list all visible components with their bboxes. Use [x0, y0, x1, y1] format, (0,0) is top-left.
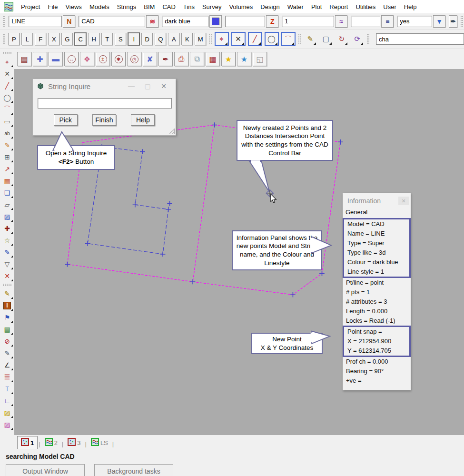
mode-button-q[interactable]: Q [155, 33, 166, 45]
mode-button-i[interactable]: I [128, 33, 139, 45]
cad-grid-button[interactable]: ▦ [1, 176, 13, 186]
zoom-out-button[interactable]: ▬ [49, 52, 63, 66]
cad-rectangle-button[interactable]: ▭ [1, 116, 13, 127]
zoom-extents-button[interactable]: ✱ [111, 52, 126, 66]
mode-button-k[interactable]: K [181, 33, 193, 45]
pan-button[interactable]: ❖ [80, 52, 94, 66]
line-width-input[interactable] [351, 16, 380, 27]
cad-windows-button[interactable]: ❏ [1, 188, 13, 198]
models-table-button[interactable]: ▦ [206, 52, 220, 66]
cad-image-button[interactable]: ▨ [1, 211, 13, 222]
cad-kerb-button[interactable]: ∟ [1, 396, 13, 406]
cad-measure-button[interactable]: ↗ [1, 164, 13, 174]
cad-move-button[interactable]: ✚ [1, 223, 13, 234]
mode-button-h[interactable]: H [88, 33, 99, 45]
menu-help[interactable]: Help [400, 3, 421, 10]
cad-pencil-wave2-button[interactable]: ✎ [1, 348, 13, 358]
cad-text-button[interactable]: ab [1, 128, 13, 139]
mode-button-p[interactable]: P [8, 33, 20, 45]
plan-view-canvas[interactable]: String Inquire — ▢ ✕ Pick Finish Help Op… [14, 69, 464, 435]
colour-swatch-button[interactable] [209, 15, 222, 28]
model-input[interactable] [79, 16, 145, 27]
menu-cad[interactable]: CAD [158, 3, 179, 10]
view-tab-3[interactable]: 3 [64, 436, 84, 449]
mode-button-l[interactable]: L [21, 33, 33, 45]
mode-button-c[interactable]: C [75, 33, 86, 45]
close-icon[interactable]: ✕ [398, 197, 409, 205]
cad-symbol-button[interactable]: ✎ [1, 140, 13, 150]
cad-note-edit-button[interactable]: ▤ [1, 324, 13, 335]
close-icon[interactable]: ✕ [156, 82, 172, 90]
output-window-button[interactable]: Output Window [6, 464, 85, 476]
cad-information-button[interactable]: I [1, 300, 13, 311]
linestyle-input[interactable] [282, 16, 334, 27]
cad-page-button[interactable]: ▢ [319, 32, 333, 46]
tinable-dropdown-button[interactable]: ▼ [433, 15, 445, 28]
cad-point-button[interactable]: ⌖ [1, 57, 13, 67]
favourites-star-button[interactable]: ★ [221, 52, 236, 66]
mode-button-d[interactable]: D [141, 33, 153, 45]
view-tab-1[interactable]: 1 [17, 436, 38, 449]
cad-draw-button[interactable]: ✎ [304, 32, 317, 46]
cross-snap-button[interactable]: ✕ [231, 32, 246, 46]
line-snap-button[interactable]: ╱ [248, 32, 262, 46]
maximize-icon[interactable]: ▢ [139, 82, 156, 90]
mode-button-f[interactable]: F [35, 33, 46, 45]
background-tasks-button[interactable]: Background tasks [94, 464, 173, 476]
menu-models[interactable]: Models [86, 3, 113, 10]
cad-arc-button[interactable]: ⌒ [1, 104, 13, 115]
arc-snap-button[interactable]: ⌒ [281, 32, 296, 46]
cad-survey-button[interactable]: ⚑ [1, 312, 13, 323]
cad-shield-button[interactable]: ▽ [1, 259, 13, 269]
mode-button-a[interactable]: A [168, 33, 179, 45]
mode-button-s[interactable]: S [115, 33, 126, 45]
mode-button-x[interactable]: X [48, 33, 59, 45]
cad-point-box-button[interactable]: ⊞ [1, 152, 13, 162]
copy-view-button[interactable]: ⧉ [190, 52, 204, 66]
brush-button[interactable]: ✒ [158, 52, 173, 66]
cad-recalc-button[interactable]: ⟳ [351, 32, 364, 46]
z-value-input[interactable] [225, 16, 265, 27]
cad-road-button[interactable]: ⊘ [1, 336, 13, 347]
menu-project[interactable]: Project [17, 3, 44, 10]
name-picker-button[interactable]: N [63, 15, 75, 28]
circle-snap-button[interactable]: ◯ [265, 32, 279, 46]
menu-report[interactable]: Report [326, 3, 352, 10]
menu-user[interactable]: User [379, 3, 400, 10]
cad-railway-button[interactable]: ☰ [1, 372, 13, 382]
cad-cross-button[interactable]: ✕ [1, 69, 13, 79]
delete-strings-button[interactable]: ✘ [143, 52, 157, 66]
eyedropper-button[interactable]: ✒ [449, 15, 457, 28]
finish-button[interactable]: Finish [92, 114, 116, 126]
view-tab-2[interactable]: 2 [41, 436, 61, 449]
zoom-previous-button[interactable]: ◷ [127, 52, 141, 66]
cad-command-input[interactable] [376, 33, 464, 45]
zoom-plusminus-button[interactable]: ± [96, 52, 110, 66]
mode-button-m[interactable]: M [195, 33, 206, 45]
menu-volumes[interactable]: Volumes [225, 3, 257, 10]
pick-button[interactable]: Pick [54, 114, 78, 126]
menu-tins[interactable]: Tins [179, 3, 198, 10]
cad-line-button[interactable]: ╱ [1, 80, 13, 91]
mode-button-t[interactable]: T [101, 33, 113, 45]
cad-star-line-button[interactable]: ☆ [1, 235, 13, 246]
colour-input[interactable] [162, 16, 208, 27]
line-width-button[interactable]: ≡ [381, 15, 394, 28]
menu-bim[interactable]: BIM [140, 3, 158, 10]
menu-strings[interactable]: Strings [113, 3, 140, 10]
view-menu-button[interactable]: ▤ [17, 52, 31, 66]
view-tab-ls[interactable]: LS [88, 436, 111, 449]
menu-design[interactable]: Design [257, 3, 283, 10]
menu-water[interactable]: Water [284, 3, 307, 10]
cad-pipe-edit-button[interactable]: ⌶ [1, 384, 13, 394]
menu-file[interactable]: File [44, 3, 61, 10]
menu-views[interactable]: Views [61, 3, 85, 10]
resize-grip[interactable] [169, 129, 175, 134]
mode-button-g[interactable]: G [61, 33, 73, 45]
dialog-titlebar[interactable]: String Inquire — ▢ ✕ [33, 79, 176, 93]
cad-polygon-button[interactable]: ▱ [1, 199, 13, 210]
cad-image-grid-button[interactable]: ▨ [1, 407, 13, 418]
cad-image-colour-button[interactable]: ▨ [1, 419, 13, 430]
minimize-icon[interactable]: — [123, 82, 139, 90]
linestyle-list-button[interactable]: ≈ [335, 15, 347, 28]
